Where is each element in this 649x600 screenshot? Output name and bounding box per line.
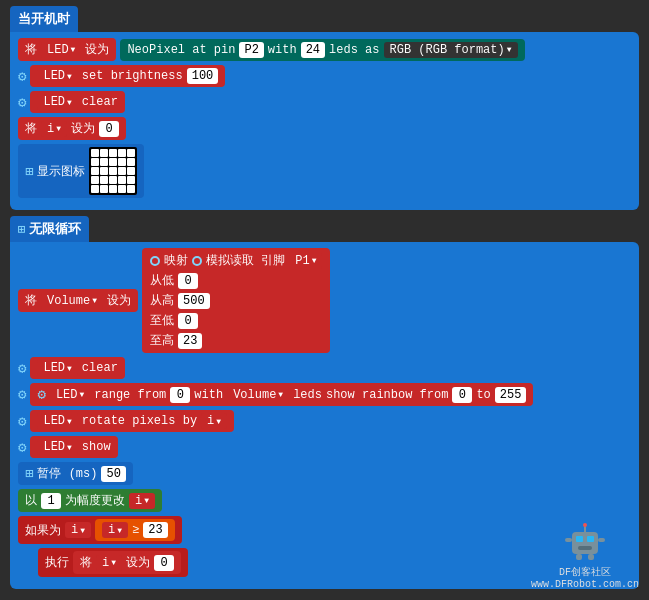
pause-block[interactable]: ⊞ 暂停 (ms) 50 xyxy=(18,462,133,485)
from-high-label: 从高 xyxy=(150,292,174,309)
led-dropdown-2[interactable]: LED xyxy=(37,68,77,84)
i-dropdown-2[interactable]: i xyxy=(201,413,227,429)
pixel-16 xyxy=(100,176,108,184)
dfrobot-logo: DF创客社区 www.DFRobot.com.cn xyxy=(531,520,639,590)
compare-value[interactable]: 23 xyxy=(143,522,167,538)
range-from-value[interactable]: 0 xyxy=(170,387,190,403)
rotate-block[interactable]: LED rotate pixels by i xyxy=(30,410,234,432)
i-dropdown-3[interactable]: i xyxy=(129,493,155,509)
loop-label: 无限循环 xyxy=(29,220,81,238)
increment-i-block[interactable]: 以 1 为幅度更改 i xyxy=(18,489,162,512)
pixel-12 xyxy=(109,167,117,175)
pin-value[interactable]: P2 xyxy=(239,42,263,58)
if-block[interactable]: 如果为 i i ≥ 23 xyxy=(18,516,182,544)
led-dropdown-6[interactable]: LED xyxy=(37,413,77,429)
brightness-value[interactable]: 100 xyxy=(187,68,219,84)
mapping-label: 映射 xyxy=(164,252,188,269)
dfrobot-robot-icon xyxy=(560,520,610,565)
set-i-block[interactable]: 将 i 设为 0 xyxy=(18,117,126,140)
to-high-label: 至高 xyxy=(150,332,174,349)
exec-block[interactable]: 执行 将 i 设为 0 xyxy=(38,548,188,577)
exec-inner-block[interactable]: 将 i 设为 0 xyxy=(73,551,181,574)
volume-dropdown-2[interactable]: Volume xyxy=(227,387,289,403)
led-clear-block[interactable]: LED clear xyxy=(30,91,124,113)
volume-dropdown[interactable]: Volume xyxy=(41,293,103,309)
with-label: with xyxy=(268,43,297,57)
exec-inner-label-2: 设为 xyxy=(126,554,150,571)
show-icon-block[interactable]: ⊞ 显示图标 xyxy=(18,144,144,198)
increment-value[interactable]: 1 xyxy=(41,493,61,509)
svg-rect-2 xyxy=(587,536,594,542)
led-clear-block-2[interactable]: LED clear xyxy=(30,357,124,379)
set-brightness-row: ⚙ LED set brightness 100 xyxy=(18,65,631,87)
led-show-block[interactable]: LED show xyxy=(30,436,117,458)
to-low-row: 至低 0 xyxy=(150,312,322,329)
range-from-label: range from xyxy=(94,388,166,402)
pause-row: ⊞ 暂停 (ms) 50 xyxy=(18,462,631,485)
pause-value[interactable]: 50 xyxy=(101,466,125,482)
led-dropdown[interactable]: LED xyxy=(41,42,81,58)
gear-icon-7: ⚙ xyxy=(18,439,26,456)
led-dropdown-3[interactable]: LED xyxy=(37,94,77,110)
grid-icon: ⊞ xyxy=(25,163,33,180)
brightness-label: set brightness xyxy=(82,69,183,83)
pixel-7 xyxy=(109,158,117,166)
pixel-17 xyxy=(109,176,117,184)
svg-rect-8 xyxy=(576,554,582,560)
svg-point-5 xyxy=(583,523,587,527)
pixel-2 xyxy=(109,149,117,157)
neopixel-label: NeoPixel at pin xyxy=(127,43,235,57)
mapping-block[interactable]: 映射 模拟读取 引脚 P1 从低 0 从高 500 至低 xyxy=(142,248,330,353)
exec-label: 执行 xyxy=(45,554,69,571)
range-rainbow-row: ⚙ ⚙ LED range from 0 with Volume leds sh… xyxy=(18,383,631,406)
grid-icon-2: ⊞ xyxy=(25,465,33,482)
label-set-i-2: 设为 xyxy=(71,120,95,137)
svg-rect-0 xyxy=(572,532,598,554)
neopixel-block[interactable]: NeoPixel at pin P2 with 24 leds as RGB (… xyxy=(120,39,524,61)
leds-count[interactable]: 24 xyxy=(301,42,325,58)
pixel-20 xyxy=(91,185,99,193)
set-led-block[interactable]: 将 LED 设为 xyxy=(18,38,116,61)
compare-block[interactable]: i ≥ 23 xyxy=(95,519,175,541)
led-dropdown-4[interactable]: LED xyxy=(37,360,77,376)
if-label: 如果为 xyxy=(25,522,61,539)
pixel-18 xyxy=(118,176,126,184)
set-volume-block[interactable]: 将 Volume 设为 xyxy=(18,289,138,312)
i-dropdown-5[interactable]: i xyxy=(102,522,128,538)
gear-icon-4: ⚙ xyxy=(18,386,26,403)
format-dropdown[interactable]: RGB (RGB format) xyxy=(384,42,518,58)
gear-icon-2: ⚙ xyxy=(18,94,26,111)
rainbow-from-value[interactable]: 0 xyxy=(452,387,472,403)
rotate-label: rotate pixels by xyxy=(82,414,197,428)
from-high-value[interactable]: 500 xyxy=(178,293,210,309)
exec-i-value[interactable]: 0 xyxy=(154,555,174,571)
range-rainbow-block[interactable]: ⚙ LED range from 0 with Volume leds show… xyxy=(30,383,533,406)
led-clear-row-2: ⚙ LED clear xyxy=(18,357,631,379)
brightness-block[interactable]: LED set brightness 100 xyxy=(30,65,225,87)
pixel-9 xyxy=(127,158,135,166)
pixel-15 xyxy=(91,176,99,184)
led-dropdown-7[interactable]: LED xyxy=(37,439,77,455)
pixel-21 xyxy=(100,185,108,193)
startup-label: 当开机时 xyxy=(18,10,70,28)
circle-icon-2 xyxy=(192,256,202,266)
svg-rect-6 xyxy=(565,538,572,542)
pixel-3 xyxy=(118,149,126,157)
svg-rect-7 xyxy=(598,538,605,542)
pin-p1-dropdown[interactable]: P1 xyxy=(289,253,322,269)
pixel-14 xyxy=(127,167,135,175)
gear-icon-1: ⚙ xyxy=(18,68,26,85)
i-value[interactable]: 0 xyxy=(99,121,119,137)
rainbow-to-value[interactable]: 255 xyxy=(495,387,527,403)
i-dropdown-4[interactable]: i xyxy=(65,522,91,538)
startup-section: 当开机时 将 LED 设为 NeoPixel at pin P2 with 24… xyxy=(10,6,639,210)
label-set-vol-1: 将 xyxy=(25,292,37,309)
i-dropdown-6[interactable]: i xyxy=(96,555,122,571)
gear-icon-3: ⚙ xyxy=(18,360,26,377)
to-high-value[interactable]: 23 xyxy=(178,333,202,349)
led-dropdown-5[interactable]: LED xyxy=(50,387,90,403)
from-low-value[interactable]: 0 xyxy=(178,273,198,289)
to-low-value[interactable]: 0 xyxy=(178,313,198,329)
i-dropdown[interactable]: i xyxy=(41,121,67,137)
label-set-led-1: 将 xyxy=(25,41,37,58)
